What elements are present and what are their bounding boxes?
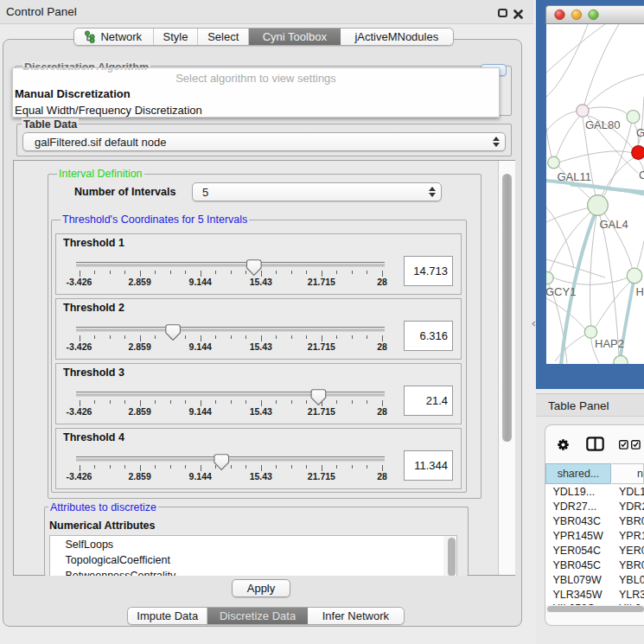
svg-text:9.144: 9.144: [189, 471, 212, 481]
svg-text:28: 28: [377, 406, 387, 417]
svg-text:9.144: 9.144: [189, 406, 212, 417]
svg-text:GAL11: GAL11: [558, 170, 592, 183]
svg-text:-3.426: -3.426: [67, 406, 92, 417]
svg-text:21.715: 21.715: [308, 406, 335, 417]
svg-text:GCY1: GCY1: [546, 285, 576, 298]
svg-text:28: 28: [377, 471, 387, 481]
svg-text:21.715: 21.715: [308, 277, 335, 287]
svg-text:9.144: 9.144: [189, 277, 212, 287]
svg-text:GAL4: GAL4: [600, 218, 628, 231]
svg-text:28: 28: [377, 341, 387, 352]
svg-text:28: 28: [377, 277, 387, 287]
svg-text:-3.426: -3.426: [67, 277, 92, 287]
svg-text:HAP2: HAP2: [595, 337, 624, 350]
svg-text:GAL80: GAL80: [585, 118, 620, 131]
svg-text:15.43: 15.43: [250, 277, 272, 287]
svg-text:C: C: [639, 169, 644, 182]
svg-text:2.859: 2.859: [128, 341, 150, 352]
svg-text:2.859: 2.859: [128, 471, 150, 481]
svg-text:15.43: 15.43: [250, 471, 272, 481]
svg-text:2.859: 2.859: [128, 277, 150, 287]
svg-text:15.43: 15.43: [250, 341, 272, 352]
svg-text:9.144: 9.144: [189, 341, 212, 352]
svg-text:-3.426: -3.426: [67, 341, 92, 352]
svg-text:GAL: GAL: [636, 126, 644, 139]
svg-text:2.859: 2.859: [128, 406, 150, 417]
svg-text:H: H: [636, 285, 644, 298]
svg-text:21.715: 21.715: [308, 341, 335, 352]
svg-text:-3.426: -3.426: [67, 471, 92, 481]
svg-text:21.715: 21.715: [308, 471, 335, 481]
svg-text:15.43: 15.43: [250, 406, 272, 417]
